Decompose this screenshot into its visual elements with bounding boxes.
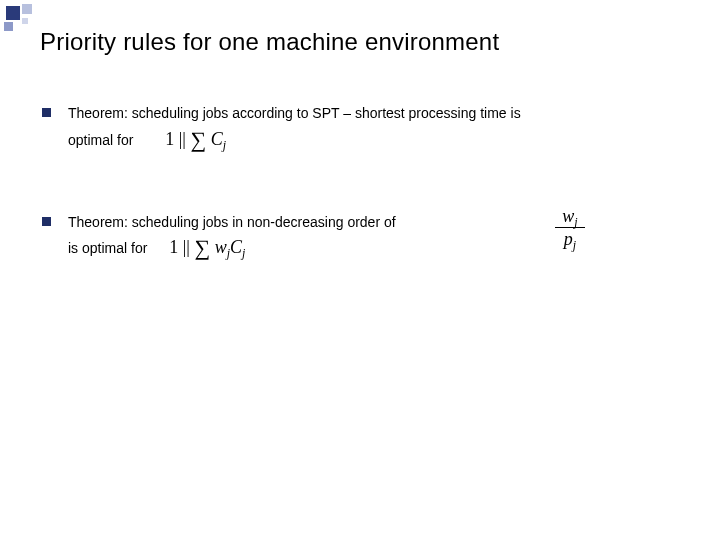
slide-body: Theorem: scheduling jobs according to SP… [42,104,690,321]
theorem-text-line2: optimal for [68,132,133,148]
square-bullet-icon [42,217,51,226]
formula-ratio-wj-pj: wj pj [555,207,585,248]
slide-title: Priority rules for one machine environme… [40,28,499,56]
formula-sum-wjcj: 1 || ∑ wjCj [169,231,245,261]
theorem-text-line2: is optimal for [68,240,147,256]
theorem-text-line1: Theorem: scheduling jobs in non-decreasi… [68,214,396,230]
bullet-item: Theorem: scheduling jobs according to SP… [42,104,690,153]
formula-sum-cj: 1 || ∑ Cj [165,123,226,153]
theorem-text-line1: Theorem: scheduling jobs according to SP… [68,105,521,121]
bullet-item: Theorem: scheduling jobs in non-decreasi… [42,213,690,262]
square-bullet-icon [42,108,51,117]
